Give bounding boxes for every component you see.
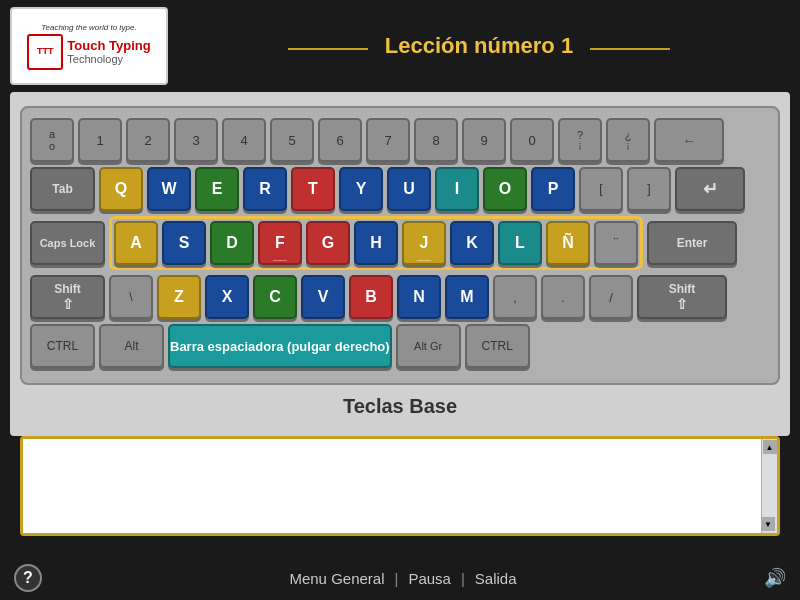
key-m[interactable]: M xyxy=(445,275,489,319)
salida-link[interactable]: Salida xyxy=(475,570,517,587)
keyboard: ao 1 2 3 4 5 6 7 8 9 0 ?¡ ¿¡ ← Tab Q W E… xyxy=(20,106,780,385)
key-q[interactable]: Q xyxy=(99,167,143,211)
key-alt-left[interactable]: Alt xyxy=(99,324,164,368)
menu-general-link[interactable]: Menu General xyxy=(289,570,384,587)
key-invquestion[interactable]: ¿¡ xyxy=(606,118,650,162)
key-i[interactable]: I xyxy=(435,167,479,211)
key-x[interactable]: X xyxy=(205,275,249,319)
header: Teaching the world to type. TTT Touch Ty… xyxy=(0,0,800,92)
key-0[interactable]: 0 xyxy=(510,118,554,162)
footer: ? Menu General | Pausa | Salida 🔊 xyxy=(0,556,800,600)
key-o[interactable]: O xyxy=(483,167,527,211)
text-area-container: ▲ ▼ xyxy=(20,436,780,536)
key-t[interactable]: T xyxy=(291,167,335,211)
key-slash[interactable]: / xyxy=(589,275,633,319)
key-8[interactable]: 8 xyxy=(414,118,458,162)
typing-input[interactable] xyxy=(23,439,777,533)
footer-nav: Menu General | Pausa | Salida xyxy=(289,570,516,587)
logo-icon: TTT xyxy=(27,34,63,70)
key-7[interactable]: 7 xyxy=(366,118,410,162)
key-z[interactable]: Z xyxy=(157,275,201,319)
key-tab[interactable]: Tab xyxy=(30,167,95,211)
key-bracket-open[interactable]: [ xyxy=(579,167,623,211)
key-shift-left[interactable]: Shift⇧ xyxy=(30,275,105,319)
key-bracket-close[interactable]: ] xyxy=(627,167,671,211)
key-f[interactable]: F___ xyxy=(258,221,302,265)
ao-key-label: ao xyxy=(49,128,55,152)
key-1[interactable]: 1 xyxy=(78,118,122,162)
key-r[interactable]: R xyxy=(243,167,287,211)
key-u[interactable]: U xyxy=(387,167,431,211)
key-n[interactable]: N xyxy=(397,275,441,319)
key-g[interactable]: G xyxy=(306,221,350,265)
key-l[interactable]: L xyxy=(498,221,542,265)
keyboard-row-zxcv: Shift⇧ \ Z X C V B N M , . / Shift⇧ xyxy=(30,275,770,319)
key-umlaut[interactable]: ¨ xyxy=(594,221,638,265)
logo-icon-text: TTT xyxy=(37,47,54,57)
teclas-base-label: Teclas Base xyxy=(20,395,780,418)
key-c[interactable]: C xyxy=(253,275,297,319)
key-enter[interactable]: Enter xyxy=(647,221,737,265)
keyboard-row-qwerty: Tab Q W E R T Y U I O P [ ] ↵ xyxy=(30,167,770,211)
key-9[interactable]: 9 xyxy=(462,118,506,162)
key-n-tilde[interactable]: Ñ xyxy=(546,221,590,265)
key-v[interactable]: V xyxy=(301,275,345,319)
key-a[interactable]: A xyxy=(114,221,158,265)
home-row-highlight: A S D F___ G H J___ K L Ñ ¨ xyxy=(109,216,643,270)
key-4[interactable]: 4 xyxy=(222,118,266,162)
keyboard-row-numbers: ao 1 2 3 4 5 6 7 8 9 0 ?¡ ¿¡ ← xyxy=(30,118,770,162)
key-j[interactable]: J___ xyxy=(402,221,446,265)
header-title: Lección número 1 xyxy=(385,33,573,58)
key-period[interactable]: . xyxy=(541,275,585,319)
key-s[interactable]: S xyxy=(162,221,206,265)
key-comma[interactable]: , xyxy=(493,275,537,319)
scrollbar: ▲ ▼ xyxy=(761,439,777,533)
scrollbar-down[interactable]: ▼ xyxy=(761,517,775,531)
header-title-container: Lección número 1 xyxy=(168,33,790,59)
key-ao[interactable]: ao xyxy=(30,118,74,162)
key-space[interactable]: Barra espaciadora (pulgar derecho) xyxy=(168,324,392,368)
key-d[interactable]: D xyxy=(210,221,254,265)
key-b[interactable]: B xyxy=(349,275,393,319)
key-6[interactable]: 6 xyxy=(318,118,362,162)
key-h[interactable]: H xyxy=(354,221,398,265)
key-3[interactable]: 3 xyxy=(174,118,218,162)
logo-text: Touch Typing Technology xyxy=(67,38,150,66)
keyboard-row-bottom: CTRL Alt Barra espaciadora (pulgar derec… xyxy=(30,324,770,368)
footer-sep-1: | xyxy=(395,570,399,587)
key-y[interactable]: Y xyxy=(339,167,383,211)
key-shift-right[interactable]: Shift⇧ xyxy=(637,275,727,319)
key-ctrl-right[interactable]: CTRL xyxy=(465,324,530,368)
volume-icon[interactable]: 🔊 xyxy=(764,567,786,589)
logo-brand: Touch Typing xyxy=(67,38,150,54)
logo-subtitle: Technology xyxy=(67,53,150,65)
pausa-link[interactable]: Pausa xyxy=(408,570,451,587)
main-content: ao 1 2 3 4 5 6 7 8 9 0 ?¡ ¿¡ ← Tab Q W E… xyxy=(10,92,790,436)
key-backslash[interactable]: \ xyxy=(109,275,153,319)
key-p[interactable]: P xyxy=(531,167,575,211)
header-divider-left xyxy=(288,48,368,50)
key-enter-top[interactable]: ↵ xyxy=(675,167,745,211)
logo: Teaching the world to type. TTT Touch Ty… xyxy=(10,7,168,85)
help-button[interactable]: ? xyxy=(14,564,42,592)
scrollbar-up[interactable]: ▲ xyxy=(763,440,777,454)
key-ctrl-left[interactable]: CTRL xyxy=(30,324,95,368)
logo-tagline: Teaching the world to type. xyxy=(41,23,136,32)
key-e[interactable]: E xyxy=(195,167,239,211)
key-capslock[interactable]: Caps Lock xyxy=(30,221,105,265)
keyboard-row-home: Caps Lock A S D F___ G H J___ K L Ñ ¨ En… xyxy=(30,216,770,270)
key-question[interactable]: ?¡ xyxy=(558,118,602,162)
key-2[interactable]: 2 xyxy=(126,118,170,162)
key-k[interactable]: K xyxy=(450,221,494,265)
header-divider-right xyxy=(590,48,670,50)
footer-sep-2: | xyxy=(461,570,465,587)
key-backspace[interactable]: ← xyxy=(654,118,724,162)
key-w[interactable]: W xyxy=(147,167,191,211)
key-5[interactable]: 5 xyxy=(270,118,314,162)
key-altgr[interactable]: Alt Gr xyxy=(396,324,461,368)
